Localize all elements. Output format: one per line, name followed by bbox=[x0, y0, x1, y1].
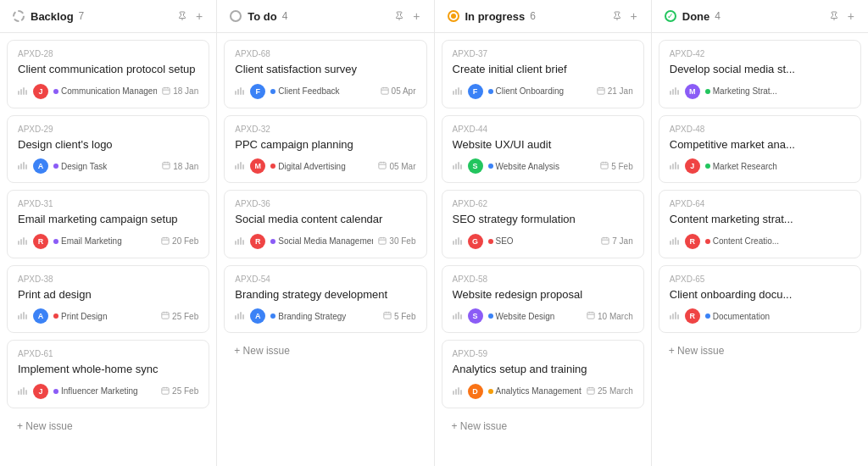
avatar: R bbox=[33, 234, 48, 249]
avatar: M bbox=[250, 158, 265, 174]
card[interactable]: APXD-59Analytics setup and trainingDAnal… bbox=[442, 340, 644, 408]
pin-column-button[interactable] bbox=[610, 9, 624, 23]
card[interactable]: APXD-54Branding strategy developmentABra… bbox=[224, 265, 426, 334]
card-tag: Client Feedback bbox=[270, 86, 339, 96]
column-header-backlog: Backlog7+ bbox=[0, 0, 216, 33]
kanban-board: Backlog7+APXD-28Client communication pro… bbox=[0, 0, 868, 466]
card[interactable]: APXD-42Develop social media st...MMarket… bbox=[659, 40, 861, 108]
new-issue-button[interactable]: + New issue bbox=[10, 415, 206, 437]
card[interactable]: APXD-65Client onboarding docu...RDocumen… bbox=[659, 265, 861, 334]
card[interactable]: APXD-37Create initial client briefFClien… bbox=[442, 40, 644, 108]
svg-rect-86 bbox=[460, 164, 462, 169]
pin-column-button[interactable] bbox=[827, 9, 841, 23]
card[interactable]: APXD-58Website redesign proposalSWebsite… bbox=[442, 265, 644, 334]
tag-label: Digital Advertising bbox=[278, 162, 345, 171]
card-id: APXD-64 bbox=[670, 199, 850, 208]
chart-icon bbox=[235, 236, 245, 247]
svg-rect-62 bbox=[379, 237, 386, 244]
svg-rect-130 bbox=[675, 312, 676, 319]
card-id: APXD-59 bbox=[453, 349, 633, 358]
chart-icon bbox=[18, 311, 28, 321]
card-footer: RDocumentation bbox=[670, 308, 850, 324]
svg-rect-42 bbox=[235, 91, 236, 95]
avatar: R bbox=[685, 234, 700, 249]
cards-container-backlog: APXD-28Client communication protocol set… bbox=[0, 33, 216, 466]
chart-icon bbox=[453, 86, 463, 97]
card[interactable]: APXD-44Website UX/UI auditSWebsite Analy… bbox=[442, 115, 644, 184]
chart-icon bbox=[18, 236, 28, 247]
svg-rect-125 bbox=[672, 239, 674, 245]
card[interactable]: APXD-62SEO strategy formulationGSEO7 Jan bbox=[442, 190, 644, 258]
tag-dot bbox=[270, 164, 275, 169]
calendar-icon bbox=[162, 86, 170, 97]
calendar-icon bbox=[161, 386, 170, 397]
card[interactable]: APXD-61Implement whole-home syncJInfluen… bbox=[7, 340, 209, 408]
card-footer: ADesign Task18 Jan bbox=[18, 158, 198, 174]
done-status-icon: ✓ bbox=[665, 10, 676, 22]
cards-container-done: APXD-42Develop social media st...MMarket… bbox=[652, 33, 868, 466]
calendar-icon bbox=[378, 161, 387, 171]
svg-rect-76 bbox=[455, 89, 457, 95]
svg-rect-87 bbox=[601, 163, 608, 169]
avatar: R bbox=[685, 308, 700, 324]
card[interactable]: APXD-29Design client's logoADesign Task1… bbox=[7, 115, 209, 184]
card[interactable]: APXD-32PPC campaign planningMDigital Adv… bbox=[224, 115, 426, 184]
tag-label: Market Research bbox=[713, 162, 777, 171]
card-footer: APrint Design25 Feb bbox=[18, 308, 198, 324]
card[interactable]: APXD-68Client satisfaction surveyFClient… bbox=[224, 40, 426, 108]
card[interactable]: APXD-36Social media content calendarRSoc… bbox=[224, 190, 426, 258]
card[interactable]: APXD-48Competitive market ana...JMarket … bbox=[659, 115, 861, 184]
add-column-button[interactable]: + bbox=[629, 8, 639, 24]
avatar: J bbox=[33, 384, 48, 399]
tag-dot bbox=[488, 389, 493, 394]
add-column-button[interactable]: + bbox=[411, 8, 421, 24]
avatar: F bbox=[468, 84, 483, 99]
card-footer: RSocial Media Management30 Feb bbox=[235, 234, 415, 249]
card[interactable]: APXD-64Content marketing strat...RConten… bbox=[659, 190, 861, 258]
svg-rect-21 bbox=[162, 237, 169, 244]
new-issue-button[interactable]: + New issue bbox=[662, 340, 858, 362]
card-tag: SEO bbox=[488, 236, 514, 246]
card-id: APXD-44 bbox=[453, 125, 633, 134]
card[interactable]: APXD-38Print ad designAPrint Design25 Fe… bbox=[7, 265, 209, 334]
svg-rect-83 bbox=[453, 165, 454, 169]
tag-dot bbox=[705, 239, 710, 244]
card-tag: Market Research bbox=[705, 162, 777, 171]
svg-rect-33 bbox=[18, 391, 19, 395]
calendar-icon bbox=[383, 311, 392, 321]
svg-rect-129 bbox=[672, 313, 674, 319]
card-title: Email marketing campaign setup bbox=[18, 212, 198, 227]
card-footer: FClient Onboarding21 Jan bbox=[453, 84, 633, 99]
pin-column-button[interactable] bbox=[175, 9, 189, 23]
card[interactable]: APXD-28Client communication protocol set… bbox=[7, 40, 209, 108]
avatar: R bbox=[250, 234, 265, 249]
avatar: F bbox=[250, 84, 265, 99]
svg-rect-1 bbox=[18, 91, 19, 95]
card-date: 05 Mar bbox=[378, 161, 415, 171]
svg-rect-110 bbox=[460, 390, 462, 395]
add-column-button[interactable]: + bbox=[194, 8, 204, 24]
add-column-button[interactable]: + bbox=[846, 8, 856, 24]
cards-container-inprogress: APXD-37Create initial client briefFClien… bbox=[435, 33, 651, 466]
card[interactable]: APXD-31Email marketing campaign setupREm… bbox=[7, 190, 209, 258]
date-label: 05 Mar bbox=[389, 162, 415, 171]
svg-rect-111 bbox=[587, 387, 594, 394]
svg-rect-35 bbox=[23, 387, 25, 395]
svg-rect-75 bbox=[453, 91, 454, 95]
card-tag: Content Creatio... bbox=[705, 236, 779, 246]
card-title: Analytics setup and training bbox=[453, 362, 633, 377]
card-footer: ABranding Strategy5 Feb bbox=[235, 308, 415, 324]
svg-rect-119 bbox=[677, 90, 679, 95]
card-tag: Marketing Strat... bbox=[705, 86, 777, 96]
card-tag: Documentation bbox=[705, 312, 770, 321]
new-issue-button[interactable]: + New issue bbox=[445, 415, 641, 437]
svg-rect-77 bbox=[458, 87, 459, 95]
card-title: Client communication protocol setup bbox=[18, 62, 198, 77]
svg-rect-25 bbox=[18, 315, 19, 319]
svg-rect-120 bbox=[670, 165, 671, 169]
chart-icon bbox=[453, 161, 463, 171]
new-issue-button[interactable]: + New issue bbox=[227, 340, 423, 362]
pin-column-button[interactable] bbox=[392, 9, 406, 23]
avatar: S bbox=[468, 158, 483, 174]
column-done: ✓Done4+APXD-42Develop social media st...… bbox=[652, 0, 868, 466]
